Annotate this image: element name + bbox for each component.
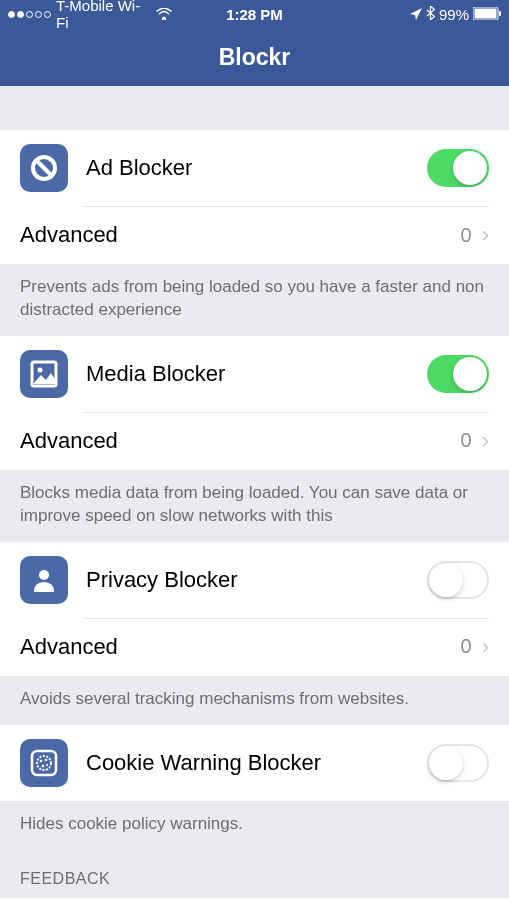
row-cookie-blocker: Cookie Warning Blocker [0, 725, 509, 801]
advanced-label: Advanced [20, 428, 461, 454]
toggle-privacy-blocker[interactable] [427, 561, 489, 599]
row-media-blocker-advanced[interactable]: Advanced 0 › [0, 412, 509, 470]
section-privacy-blocker: Privacy Blocker Advanced 0 › [0, 542, 509, 676]
section-ad-blocker: Ad Blocker Advanced 0 › [0, 130, 509, 264]
chevron-right-icon: › [482, 634, 489, 660]
block-icon [20, 144, 68, 192]
svg-point-11 [40, 759, 43, 762]
section-cookie-blocker: Cookie Warning Blocker [0, 725, 509, 801]
battery-icon [473, 6, 501, 23]
row-title: Ad Blocker [86, 155, 427, 181]
svg-point-8 [39, 570, 49, 580]
toggle-media-blocker[interactable] [427, 355, 489, 393]
battery-label: 99% [439, 6, 469, 23]
nav-bar: Blockr [0, 28, 509, 86]
svg-point-0 [163, 16, 166, 19]
location-icon [410, 6, 422, 23]
show-tutorial-button[interactable]: Show Tutorial [0, 898, 509, 905]
row-privacy-blocker: Privacy Blocker [0, 542, 509, 618]
toggle-ad-blocker[interactable] [427, 149, 489, 187]
advanced-value: 0 [461, 224, 472, 247]
section-footer-media: Blocks media data from being loaded. You… [0, 470, 509, 542]
row-ad-blocker-advanced[interactable]: Advanced 0 › [0, 206, 509, 264]
svg-point-14 [46, 764, 48, 766]
advanced-value: 0 [461, 429, 472, 452]
toggle-cookie-blocker[interactable] [427, 744, 489, 782]
cookie-icon [20, 739, 68, 787]
row-ad-blocker: Ad Blocker [0, 130, 509, 206]
chevron-right-icon: › [482, 428, 489, 454]
person-icon [20, 556, 68, 604]
carrier-label: T-Mobile Wi-Fi [56, 0, 151, 31]
signal-strength-icon [8, 11, 51, 18]
svg-point-7 [38, 367, 43, 372]
image-icon [20, 350, 68, 398]
chevron-right-icon: › [482, 222, 489, 248]
svg-point-12 [45, 758, 48, 761]
row-title: Media Blocker [86, 361, 427, 387]
svg-line-5 [36, 160, 52, 176]
section-footer-ad: Prevents ads from being loaded so you ha… [0, 264, 509, 336]
row-title: Cookie Warning Blocker [86, 750, 427, 776]
status-bar: T-Mobile Wi-Fi 1:28 PM 99% [0, 0, 509, 28]
page-title: Blockr [219, 44, 291, 71]
time-label: 1:28 PM [172, 6, 336, 23]
svg-rect-2 [474, 8, 496, 18]
svg-rect-3 [499, 11, 501, 16]
advanced-label: Advanced [20, 634, 461, 660]
wifi-icon [156, 6, 172, 23]
section-footer-cookie: Hides cookie policy warnings. [0, 801, 509, 850]
row-privacy-blocker-advanced[interactable]: Advanced 0 › [0, 618, 509, 676]
bluetooth-icon [426, 6, 435, 23]
section-media-blocker: Media Blocker Advanced 0 › [0, 336, 509, 470]
svg-point-13 [42, 764, 45, 767]
row-title: Privacy Blocker [86, 567, 427, 593]
svg-point-10 [37, 756, 51, 770]
feedback-header: FEEDBACK [0, 850, 509, 898]
svg-rect-9 [32, 751, 56, 775]
section-footer-privacy: Avoids several tracking mechanisms from … [0, 676, 509, 725]
advanced-label: Advanced [20, 222, 461, 248]
row-media-blocker: Media Blocker [0, 336, 509, 412]
advanced-value: 0 [461, 635, 472, 658]
